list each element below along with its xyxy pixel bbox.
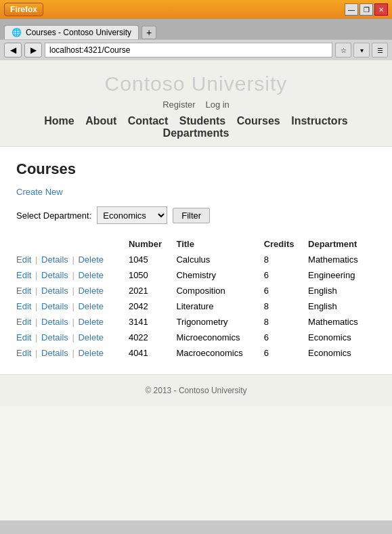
url-input[interactable] (45, 43, 332, 58)
row-title: Chemistry (176, 267, 263, 283)
row-title: Literature (176, 298, 263, 314)
row-title: Trigonometry (176, 314, 263, 330)
delete-link[interactable]: Delete (78, 317, 104, 327)
separator: | (72, 270, 74, 280)
restore-button[interactable]: ❐ (360, 3, 373, 16)
back-button[interactable]: ◀ (4, 43, 22, 58)
row-number: 1045 (129, 252, 177, 267)
register-link[interactable]: Register (162, 99, 195, 110)
page-content: Contoso University Register Log in Home … (0, 60, 392, 520)
login-link[interactable]: Log in (205, 99, 229, 110)
title-bar: Firefox — ❐ ✕ (0, 0, 392, 19)
details-link[interactable]: Details (41, 332, 68, 342)
row-credits: 8 (264, 314, 308, 330)
separator: | (72, 332, 74, 342)
table-row: Edit | Details | Delete 2021 Composition… (16, 283, 376, 298)
edit-link[interactable]: Edit (16, 254, 31, 265)
table-row: Edit | Details | Delete 4041 Macroeconom… (16, 345, 376, 361)
create-new-link[interactable]: Create New (16, 187, 63, 197)
bookmark-icon[interactable]: ☆ (335, 43, 351, 58)
firefox-button[interactable]: Firefox (4, 3, 43, 16)
new-tab-button[interactable]: + (141, 26, 156, 39)
separator: | (72, 286, 74, 296)
nav-contact[interactable]: Contact (128, 115, 169, 127)
details-link[interactable]: Details (41, 270, 68, 280)
tab-title: Courses - Contoso University (26, 28, 131, 37)
edit-link[interactable]: Edit (16, 301, 31, 311)
nav-home[interactable]: Home (44, 115, 74, 127)
delete-link[interactable]: Delete (78, 332, 104, 342)
col-department-header: Department (308, 236, 376, 252)
row-credits: 6 (264, 330, 308, 345)
content-area: Courses Create New Select Department: Ec… (0, 147, 392, 374)
separator: | (35, 317, 37, 327)
window-controls: — ❐ ✕ (345, 3, 388, 16)
separator: | (72, 254, 74, 265)
separator: | (35, 286, 37, 296)
edit-link[interactable]: Edit (16, 317, 31, 327)
row-credits: 8 (264, 298, 308, 314)
forward-button[interactable]: ▶ (24, 43, 42, 58)
separator: | (72, 317, 74, 327)
table-row: Edit | Details | Delete 4022 Microeconom… (16, 330, 376, 345)
table-row: Edit | Details | Delete 2042 Literature … (16, 298, 376, 314)
row-actions: Edit | Details | Delete (16, 283, 129, 298)
filter-label: Select Department: (16, 210, 91, 221)
row-credits: 6 (264, 283, 308, 298)
edit-link[interactable]: Edit (16, 286, 31, 296)
separator: | (72, 348, 74, 358)
minimize-button[interactable]: — (345, 3, 358, 16)
menu-icon[interactable]: ☰ (372, 43, 388, 58)
separator: | (72, 301, 74, 311)
row-department: Economics (308, 345, 376, 361)
footer-text: © 2013 - Contoso University (145, 386, 246, 395)
delete-link[interactable]: Delete (78, 286, 104, 296)
table-row: Edit | Details | Delete 1050 Chemistry 6… (16, 267, 376, 283)
delete-link[interactable]: Delete (78, 348, 104, 358)
col-number-header: Number (129, 236, 177, 252)
nav-students[interactable]: Students (179, 115, 225, 127)
details-link[interactable]: Details (41, 286, 68, 296)
details-link[interactable]: Details (41, 348, 68, 358)
edit-link[interactable]: Edit (16, 348, 31, 358)
row-credits: 6 (264, 345, 308, 361)
col-actions-header (16, 236, 129, 252)
bookmark-down-icon[interactable]: ▾ (353, 43, 370, 58)
row-title: Composition (176, 283, 263, 298)
edit-link[interactable]: Edit (16, 332, 31, 342)
nav-courses[interactable]: Courses (237, 115, 280, 127)
filter-button[interactable]: Filter (173, 208, 210, 223)
details-link[interactable]: Details (41, 254, 68, 265)
details-link[interactable]: Details (41, 317, 68, 327)
row-actions: Edit | Details | Delete (16, 330, 129, 345)
delete-link[interactable]: Delete (78, 301, 104, 311)
filter-row: Select Department: Economics All Enginee… (16, 206, 376, 224)
edit-link[interactable]: Edit (16, 270, 31, 280)
delete-link[interactable]: Delete (78, 254, 104, 265)
details-link[interactable]: Details (41, 301, 68, 311)
page-heading: Courses (16, 160, 376, 178)
nav-departments[interactable]: Departments (163, 127, 230, 139)
nav-menu: Home About Contact Students Courses Inst… (0, 115, 392, 139)
row-title: Microeconomics (176, 330, 263, 345)
row-number: 1050 (129, 267, 177, 283)
row-number: 4041 (129, 345, 177, 361)
separator: | (35, 254, 37, 265)
separator: | (35, 332, 37, 342)
department-select[interactable]: Economics All Engineering English Mathem… (97, 206, 167, 224)
row-credits: 6 (264, 267, 308, 283)
row-department: English (308, 283, 376, 298)
separator: | (35, 270, 37, 280)
row-number: 2042 (129, 298, 177, 314)
delete-link[interactable]: Delete (78, 270, 104, 280)
nav-about[interactable]: About (85, 115, 116, 127)
address-bar: ◀ ▶ ☆ ▾ ☰ (0, 39, 392, 60)
row-title: Calculus (176, 252, 263, 267)
close-button[interactable]: ✕ (374, 3, 388, 16)
row-department: Economics (308, 330, 376, 345)
nav-instructors[interactable]: Instructors (291, 115, 348, 127)
courses-table: Number Title Credits Department Edit | D… (16, 236, 376, 361)
row-number: 2021 (129, 283, 177, 298)
separator: | (35, 301, 37, 311)
browser-tab[interactable]: 🌐 Courses - Contoso University (4, 25, 139, 39)
